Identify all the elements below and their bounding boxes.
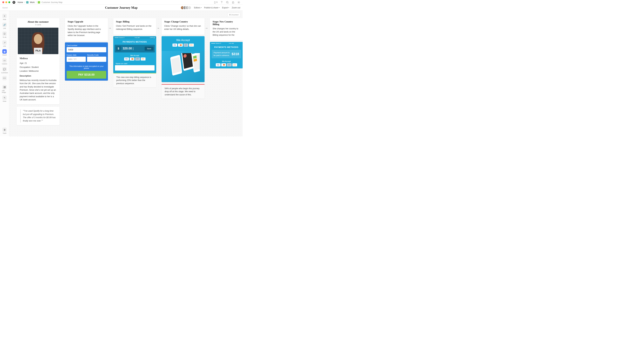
trash-icon: 🗑 xyxy=(2,128,7,132)
stage-title: Stage: New Country Billing xyxy=(212,20,240,26)
svg-point-2 xyxy=(238,2,239,3)
pay-button: PAY $318.00 xyxy=(66,71,106,79)
svg-point-9 xyxy=(34,34,42,44)
arrow-icon: → xyxy=(205,26,208,30)
settings-icon[interactable] xyxy=(237,1,240,4)
save-button: Save xyxy=(145,47,154,51)
payment-cards: VISAAMEXDISC xyxy=(113,57,156,60)
desc-label: Description xyxy=(20,74,56,78)
quote-card[interactable]: ""I've used Spotify for a long time but … xyxy=(16,107,60,125)
encryption-note: This information is kept encrypted on yo… xyxy=(66,65,106,69)
stage-desc: Clicks 'Change country' so that she can … xyxy=(164,24,202,31)
currency-badge: $ xyxy=(116,46,121,51)
svg-line-1 xyxy=(228,3,228,3)
svg-point-0 xyxy=(226,1,228,3)
persona-name: Melissa xyxy=(20,56,56,60)
stage-title: Stage: Billing xyxy=(116,20,154,23)
persona-age: Age: 21 xyxy=(20,62,56,65)
cvc-label: Security Code xyxy=(87,54,106,56)
persona-quote: ""I've used Spotify for a long time but … xyxy=(20,109,56,123)
column-icon: ▭ xyxy=(2,58,7,62)
notifications-icon[interactable] xyxy=(232,1,234,4)
about-title: About the customer xyxy=(18,20,58,23)
image-icon: 🖼 xyxy=(2,85,7,89)
advance-amount: $318 xyxy=(232,52,239,56)
search-icon[interactable] xyxy=(226,1,229,4)
tool-comment[interactable]: 💬Comment xyxy=(1,66,8,74)
tool-draw[interactable]: ✎Draw xyxy=(1,95,8,103)
window-controls xyxy=(2,1,10,3)
avatar xyxy=(188,6,191,9)
draw-icon: ✎ xyxy=(2,96,7,100)
zoom-out-button[interactable]: Zoom out xyxy=(232,6,240,9)
stage-note[interactable]: 54% of people who begin this journey dro… xyxy=(162,84,204,99)
stage-note[interactable]: This new one-step billing sequence is pe… xyxy=(113,73,156,87)
header: Saved Customer Journey Map Editors▾ Publ… xyxy=(0,5,243,11)
arrow-icon: → xyxy=(108,26,111,30)
todo-icon: ☑ xyxy=(2,31,7,36)
breadcrumb: ⌘ Home / Work / Customer Journey Map xyxy=(12,1,62,4)
tool-more[interactable]: ••• xyxy=(1,75,8,81)
help-icon[interactable]: ? xyxy=(220,1,223,4)
maximize-window[interactable] xyxy=(8,1,10,3)
page-title[interactable]: Customer Journey Map xyxy=(105,6,138,9)
publish-dropdown[interactable]: Publish & share▾ xyxy=(204,6,220,9)
mock-card-form: Card number 5409 Expary dateMM / YY Secu… xyxy=(65,42,108,81)
tool-todo[interactable]: ☑To-do xyxy=(1,31,8,39)
canvas[interactable]: 0 Unsorted About the customer 3 cards FI… xyxy=(9,11,243,136)
close-window[interactable] xyxy=(2,1,4,3)
persona-location: Location: Melbourne xyxy=(20,70,56,73)
mock-we-accept: We Accept VISAAMEXDISC xyxy=(162,36,204,82)
editors-dropdown[interactable]: Editors▾ xyxy=(194,6,201,9)
crumb-work[interactable]: Work xyxy=(30,1,34,3)
about-customer-column[interactable]: About the customer 3 cards FILA Melissa … xyxy=(16,18,60,125)
expiry-label: Expary date xyxy=(66,54,86,56)
device-count[interactable]: ▯21 xyxy=(214,1,218,4)
brand-icon[interactable]: ⌘ xyxy=(12,1,15,4)
payments-heading: PAYMENTS METHODS xyxy=(210,45,243,50)
tool-add-image[interactable]: 🖼Add image xyxy=(1,84,8,94)
minimize-window[interactable] xyxy=(5,1,7,3)
stage-billing[interactable]: → Stage: Billing Clicks 'Get Premium' an… xyxy=(113,18,156,125)
tool-trash[interactable]: 🗑Trash xyxy=(1,127,8,135)
stage-title: Stage: Change Country xyxy=(164,20,202,23)
cvc-input xyxy=(87,57,106,62)
titlebar: ⌘ Home / Work / Customer Journey Map ▯21… xyxy=(0,0,243,5)
card-number-value: 5409 xyxy=(66,47,106,52)
crumb-home[interactable]: Home xyxy=(18,1,23,3)
stage-desc: She changes her country to the UK and la… xyxy=(212,27,240,36)
save-status: Saved xyxy=(2,7,8,9)
crumb-page[interactable]: Customer Journey Map xyxy=(42,1,62,3)
about-card-count: 3 cards xyxy=(18,24,58,26)
stage-upgrade[interactable]: Stage: Upgrade Clicks the 'Upgrade' butt… xyxy=(65,18,108,125)
we-accept-label: We Accept xyxy=(210,60,243,62)
persona-description: Melissa has recently moved to Australia … xyxy=(20,79,56,102)
mock-payments: ●●●●● Sketch ⚲9:41 AM100% ▬ PAYMENTS MET… xyxy=(113,36,156,73)
more-icon: ••• xyxy=(2,76,7,80)
stage-new-country-billing[interactable]: → Stage: New Country Billing She changes… xyxy=(210,18,243,125)
arrow-icon: → xyxy=(156,26,160,30)
name-on-card-input xyxy=(115,65,154,71)
tool-board[interactable]: ▦Board xyxy=(1,49,8,56)
folder-icon-page xyxy=(38,1,40,3)
line-icon: ↗ xyxy=(2,40,7,45)
unsorted-button[interactable]: 0 Unsorted xyxy=(228,13,240,17)
stage-change-country[interactable]: → Stage: Change Country Clicks 'Change c… xyxy=(162,18,204,125)
stage-desc: Clicks 'Get Premium' and lands on the re… xyxy=(116,24,154,31)
persona-occupation: Occupation: Student xyxy=(20,66,56,69)
name-on-card-label: Name on card xyxy=(113,62,156,65)
collaborator-avatars[interactable] xyxy=(180,6,191,9)
amount-value: 320.00 | xyxy=(123,47,143,50)
folder-icon-work xyxy=(26,1,28,3)
payments-heading: PAYMENTS METHODS xyxy=(113,39,156,45)
export-dropdown[interactable]: Export▾ xyxy=(222,6,229,9)
tool-column[interactable]: ▭Column xyxy=(1,57,8,65)
expiry-input: MM / YY xyxy=(66,57,86,62)
tool-link[interactable]: 🔗Link xyxy=(1,22,8,30)
tool-line[interactable]: ↗Line xyxy=(1,40,8,48)
phones-mockup xyxy=(162,51,204,82)
tool-note[interactable]: ≡Note xyxy=(1,13,8,21)
persona-photo: FILA xyxy=(18,28,58,54)
mock-payments-2: ●●●●● Sketch ⚲9:41 AM PAYMENTS METHODS P… xyxy=(210,42,243,68)
tool-sidebar: ≡Note 🔗Link ☑To-do ↗Line ▦Board ▭Column … xyxy=(0,11,9,136)
